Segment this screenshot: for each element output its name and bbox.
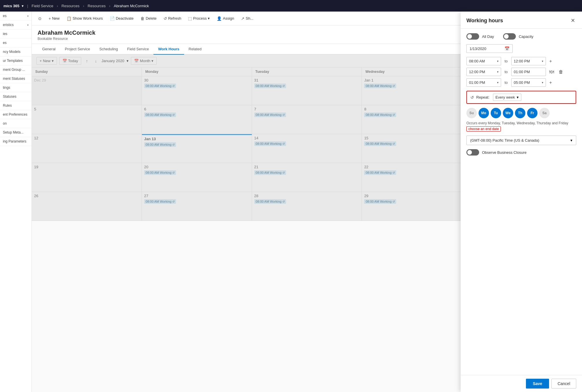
sidebar-item-setup[interactable]: Setup Meta... xyxy=(0,128,31,137)
sidebar-item-1[interactable]: eristics ▾ xyxy=(0,21,31,29)
sidebar-item-0[interactable]: es ▾ xyxy=(0,12,31,21)
cell-jan15[interactable]: 15 08:00 AM Working ↺ xyxy=(362,134,472,163)
time-to-2[interactable]: 01:00 PM xyxy=(511,68,546,76)
assign-button[interactable]: 👤 Assign xyxy=(214,14,237,23)
timezone-chevron: ▾ xyxy=(570,138,572,143)
day-fr-button[interactable]: Fr xyxy=(527,108,537,118)
tab-field-service[interactable]: Field Service xyxy=(123,44,153,55)
cell-jan8[interactable]: 8 08:00 AM Working ↺ xyxy=(362,105,472,134)
cancel-button[interactable]: Cancel xyxy=(551,379,576,389)
sidebar-item-preferences[interactable]: ent Preferences xyxy=(0,110,31,119)
date-field[interactable]: 1/13/2020 📅 xyxy=(466,44,513,53)
timezone-select[interactable]: (GMT-08:00) Pacific Time (US & Canada) ▾ xyxy=(466,136,576,145)
add-time-row-1-button[interactable]: + xyxy=(548,58,553,65)
breadcrumb-resources-1[interactable]: Resources xyxy=(62,4,79,8)
business-closure-toggle[interactable] xyxy=(466,149,479,156)
deactivate-button[interactable]: 📄 Deactivate xyxy=(107,14,136,23)
nav-up-button[interactable]: ↑ xyxy=(84,57,90,65)
tab-work-hours[interactable]: Work Hours xyxy=(153,44,184,55)
cell-jan5[interactable]: 5 xyxy=(32,105,142,134)
cell-jan22[interactable]: 22 08:00 AM Working ↺ xyxy=(362,163,472,192)
new-button[interactable]: + New xyxy=(46,14,62,23)
show-work-hours-button[interactable]: 📋 Show Work Hours xyxy=(64,14,106,23)
app-chevron[interactable]: ▾ xyxy=(22,4,24,8)
sidebar-item-on[interactable]: on xyxy=(0,119,31,128)
cell-jan28[interactable]: 28 08:00 AM Working ↺ xyxy=(252,192,362,221)
sidebar-item-rules[interactable]: Rules xyxy=(0,101,31,110)
break-time-row-2-button[interactable]: 🍽 xyxy=(548,68,555,76)
work-label-jan13: Working xyxy=(160,143,171,146)
delete-button[interactable]: 🗑 Delete xyxy=(138,14,160,23)
app-name[interactable]: mics 365 xyxy=(3,4,19,8)
day-tu-button[interactable]: Tu xyxy=(491,108,501,118)
cell-jan20[interactable]: 20 08:00 AM Working ↺ xyxy=(142,163,252,192)
sidebar-item-ncy-models[interactable]: ncy Models xyxy=(0,47,31,56)
nav-down-button[interactable]: ↓ xyxy=(92,57,99,65)
sidebar-item-2[interactable]: ies xyxy=(0,29,31,38)
refresh-button[interactable]: ↺ Refresh xyxy=(161,14,184,23)
tab-scheduling[interactable]: Scheduling xyxy=(95,44,123,55)
time-to-3[interactable]: 05:00 PM ▾ xyxy=(511,78,546,87)
cell-dec29[interactable]: Dec 29 xyxy=(32,76,142,105)
cell-dec31[interactable]: 31 08:00 AM Working ↺ xyxy=(252,76,362,105)
time-row-3: 01:00 PM ▾ to 05:00 PM ▾ + xyxy=(466,78,576,87)
cell-jan13[interactable]: Jan 13 08:00 AM Working ↺ xyxy=(142,134,252,163)
work-time-jan21: 08:00 AM xyxy=(256,171,269,174)
clock-button[interactable]: ⊙ xyxy=(35,14,45,23)
cell-dec30[interactable]: 30 08:00 AM Working ↺ xyxy=(142,76,252,105)
day-sa-button[interactable]: Sa xyxy=(539,108,550,118)
cell-jan21[interactable]: 21 08:00 AM Working ↺ xyxy=(252,163,362,192)
sidebar-item-group[interactable]: ment Group ... xyxy=(0,65,31,74)
tab-general[interactable]: General xyxy=(38,44,60,55)
cell-jan12[interactable]: 12 xyxy=(32,134,142,163)
tab-project-service[interactable]: Project Service xyxy=(60,44,94,55)
day-mo-button[interactable]: Mo xyxy=(479,108,489,118)
breadcrumb-resources-2[interactable]: Resources xyxy=(88,4,105,8)
cell-jan1[interactable]: Jan 1 08:00 AM Working ↺ xyxy=(362,76,472,105)
cell-jan14[interactable]: 14 08:00 AM Working ↺ xyxy=(252,134,362,163)
day-th-button[interactable]: Th xyxy=(515,108,525,118)
choose-end-date-link[interactable]: choose an end date xyxy=(466,126,501,132)
sidebar-item-tings[interactable]: tings xyxy=(0,83,31,92)
sidebar-item-statuses[interactable]: ment Statuses xyxy=(0,74,31,83)
day-su-button[interactable]: Su xyxy=(466,108,477,118)
cell-jan7[interactable]: 7 08:00 AM Working ↺ xyxy=(252,105,362,134)
work-badge-jan14: 08:00 AM Working ↺ xyxy=(254,141,286,146)
capacity-toggle[interactable] xyxy=(503,33,516,40)
repeat-section: ↺ Repeat: Every week ▾ xyxy=(466,91,576,104)
work-time-dec30: 08:00 AM xyxy=(146,84,159,88)
time-from-2[interactable]: 12:00 PM ▾ xyxy=(466,68,501,76)
cell-jan29[interactable]: 29 08:00 AM Working ↺ xyxy=(362,192,472,221)
tab-related[interactable]: Related xyxy=(184,44,206,55)
save-button[interactable]: Save xyxy=(526,379,549,389)
share-button[interactable]: ↗ Sh... xyxy=(238,14,256,23)
delete-icon: 🗑 xyxy=(140,16,144,21)
all-day-toggle[interactable] xyxy=(466,33,479,40)
sidebar-item-3[interactable]: es xyxy=(0,38,31,47)
sidebar-item-params[interactable]: ing Parameters xyxy=(0,137,31,146)
day-we-button[interactable]: We xyxy=(503,108,513,118)
repeat-value-select[interactable]: Every week ▾ xyxy=(493,94,521,101)
today-button[interactable]: 📅 Today xyxy=(59,57,81,65)
cell-jan26[interactable]: 26 xyxy=(32,192,142,221)
cell-jan6[interactable]: 6 08:00 AM Working ↺ xyxy=(142,105,252,134)
sidebar-label-0: es xyxy=(3,14,7,18)
calendar-new-button[interactable]: + New ▾ xyxy=(36,57,57,65)
time-from-1[interactable]: 08:00 AM ▾ xyxy=(466,57,501,65)
date-jan14: 14 xyxy=(254,136,359,140)
cell-jan19[interactable]: 19 xyxy=(32,163,142,192)
time-from-value-1: 08:00 AM xyxy=(469,59,485,63)
time-from-3[interactable]: 01:00 PM ▾ xyxy=(466,78,501,87)
month-button[interactable]: 📅 Month ▾ xyxy=(131,57,157,65)
add-time-row-3-button[interactable]: + xyxy=(548,79,553,86)
module-label[interactable]: Field Service xyxy=(31,4,53,8)
process-button[interactable]: ⬚ Process ▾ xyxy=(185,14,213,23)
delete-time-row-2-button[interactable]: 🗑 xyxy=(557,68,564,76)
sidebar-item-statuses2[interactable]: Statuses xyxy=(0,92,31,101)
cell-jan27[interactable]: 27 08:00 AM Working ↺ xyxy=(142,192,252,221)
sidebar-label-8: tings xyxy=(3,86,10,90)
sidebar-label-14: ing Parameters xyxy=(3,139,26,143)
time-to-1[interactable]: 12:00 PM ▾ xyxy=(511,57,546,65)
panel-close-button[interactable]: ✕ xyxy=(570,16,576,25)
sidebar-item-templates[interactable]: ur Templates xyxy=(0,56,31,65)
